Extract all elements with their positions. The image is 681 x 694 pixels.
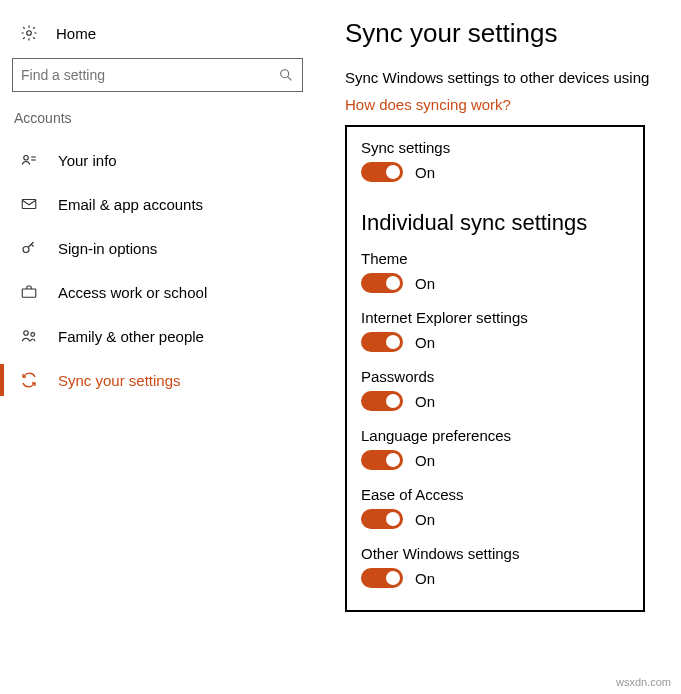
svg-point-0 [27, 31, 32, 36]
toggle-state: On [415, 570, 435, 587]
sync-icon [18, 371, 40, 389]
search-input[interactable] [21, 67, 278, 83]
svg-rect-6 [22, 200, 36, 209]
ease-of-access-toggle[interactable] [361, 509, 403, 529]
search-icon [278, 67, 294, 83]
theme-label: Theme [361, 250, 629, 267]
search-box[interactable] [12, 58, 303, 92]
home-label: Home [56, 25, 96, 42]
how-syncing-works-link[interactable]: How does syncing work? [345, 96, 511, 113]
passwords-toggle[interactable] [361, 391, 403, 411]
gear-icon [18, 24, 40, 42]
sidebar-item-label: Email & app accounts [58, 196, 203, 213]
other-windows-toggle[interactable] [361, 568, 403, 588]
sync-settings-panel: Sync settings On Individual sync setting… [345, 125, 645, 612]
key-icon [18, 239, 40, 257]
sidebar: Home Accounts Your info [0, 0, 315, 612]
sidebar-item-email[interactable]: Email & app accounts [12, 182, 303, 226]
language-toggle[interactable] [361, 450, 403, 470]
sidebar-item-label: Sign-in options [58, 240, 157, 257]
section-label: Accounts [14, 110, 303, 126]
sidebar-item-signin[interactable]: Sign-in options [12, 226, 303, 270]
home-button[interactable]: Home [12, 18, 303, 48]
people-icon [18, 327, 40, 345]
toggle-state: On [415, 275, 435, 292]
watermark: wsxdn.com [616, 676, 671, 688]
page-description: Sync Windows settings to other devices u… [345, 69, 661, 86]
sidebar-item-label: Family & other people [58, 328, 204, 345]
sidebar-item-work[interactable]: Access work or school [12, 270, 303, 314]
sync-settings-toggle[interactable] [361, 162, 403, 182]
svg-point-3 [24, 156, 29, 161]
other-windows-label: Other Windows settings [361, 545, 629, 562]
sidebar-item-label: Sync your settings [58, 372, 181, 389]
toggle-state: On [415, 164, 435, 181]
toggle-state: On [415, 393, 435, 410]
sidebar-item-label: Access work or school [58, 284, 207, 301]
passwords-label: Passwords [361, 368, 629, 385]
sidebar-item-label: Your info [58, 152, 117, 169]
mail-icon [18, 195, 40, 213]
svg-point-7 [23, 247, 29, 253]
svg-point-1 [281, 70, 289, 78]
individual-sync-title: Individual sync settings [361, 210, 629, 236]
page-title: Sync your settings [345, 18, 661, 49]
sidebar-item-sync[interactable]: Sync your settings [12, 358, 303, 402]
svg-point-9 [24, 331, 29, 336]
ie-settings-toggle[interactable] [361, 332, 403, 352]
sync-settings-label: Sync settings [361, 139, 629, 156]
sidebar-item-your-info[interactable]: Your info [12, 138, 303, 182]
toggle-state: On [415, 334, 435, 351]
svg-point-10 [31, 333, 35, 337]
language-label: Language preferences [361, 427, 629, 444]
toggle-state: On [415, 452, 435, 469]
sidebar-item-family[interactable]: Family & other people [12, 314, 303, 358]
toggle-state: On [415, 511, 435, 528]
ie-settings-label: Internet Explorer settings [361, 309, 629, 326]
svg-rect-8 [22, 289, 36, 297]
theme-toggle[interactable] [361, 273, 403, 293]
ease-of-access-label: Ease of Access [361, 486, 629, 503]
svg-line-2 [288, 77, 292, 81]
person-card-icon [18, 151, 40, 169]
main-content: Sync your settings Sync Windows settings… [315, 0, 681, 612]
briefcase-icon [18, 283, 40, 301]
